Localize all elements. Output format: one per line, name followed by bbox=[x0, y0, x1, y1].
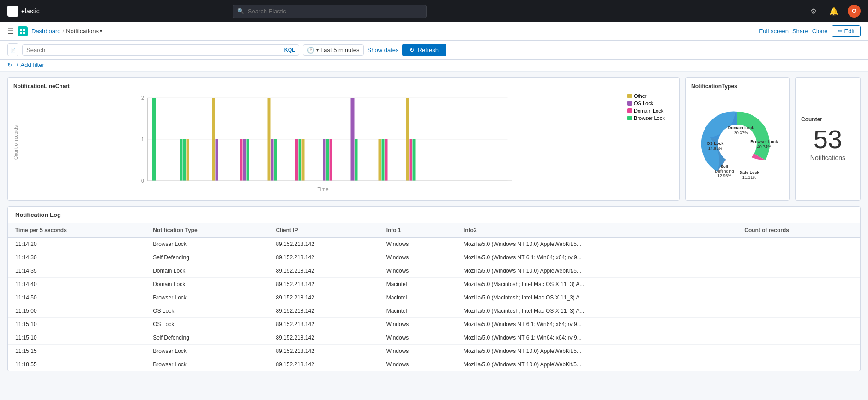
svg-text:11:19:30: 11:19:30 bbox=[207, 184, 223, 185]
kql-badge[interactable]: KQL bbox=[284, 47, 295, 53]
table-row[interactable]: 11:15:10OS Lock89.152.218.142WindowsMozi… bbox=[8, 318, 860, 331]
time-picker[interactable]: 🕐 ▾ Last 5 minutes bbox=[303, 44, 364, 56]
table-row[interactable]: 11:14:50Browser Lock89.152.218.142Macint… bbox=[8, 291, 860, 304]
breadcrumb-dashboard[interactable]: Dashboard bbox=[31, 28, 61, 35]
breadcrumb-current[interactable]: Notifications ▾ bbox=[66, 28, 102, 35]
table-cell: 11:15:10 bbox=[8, 318, 145, 331]
table-cell: Browser Lock bbox=[145, 238, 268, 251]
table-cell: Self Defending bbox=[145, 251, 268, 264]
legend-dot-domainlock bbox=[627, 108, 632, 113]
svg-text:OS Lock: OS Lock bbox=[707, 141, 724, 146]
col-header-ip: Client IP bbox=[268, 223, 379, 238]
table-cell bbox=[737, 345, 860, 358]
table-row[interactable]: 11:14:20Browser Lock89.152.218.142Window… bbox=[8, 238, 860, 251]
svg-point-1 bbox=[12, 10, 14, 12]
user-avatar[interactable]: O bbox=[848, 5, 861, 18]
clone-button[interactable]: Clone bbox=[812, 28, 828, 35]
notifications-button[interactable]: 🔔 bbox=[827, 5, 840, 18]
table-row[interactable]: 11:15:15Browser Lock89.152.218.142Window… bbox=[8, 345, 860, 358]
time-range-label: Last 5 minutes bbox=[320, 47, 360, 54]
table-cell: Windows bbox=[379, 264, 456, 278]
table-cell: 11:14:40 bbox=[8, 278, 145, 291]
svg-rect-23 bbox=[274, 139, 277, 181]
svg-text:Date Lock: Date Lock bbox=[739, 170, 760, 175]
table-row[interactable]: 11:14:30Self Defending89.152.218.142Wind… bbox=[8, 251, 860, 264]
svg-text:11:18:30: 11:18:30 bbox=[144, 184, 160, 185]
table-cell: 11:14:35 bbox=[8, 264, 145, 278]
table-cell: Windows bbox=[379, 251, 456, 264]
table-cell: Mozilla/5.0 (Macintosh; Intel Mac OS X 1… bbox=[456, 291, 737, 304]
svg-rect-34 bbox=[385, 139, 388, 181]
table-scroll-container[interactable]: Time per 5 seconds Notification Type Cli… bbox=[8, 223, 860, 371]
table-cell: 89.152.218.142 bbox=[268, 304, 379, 318]
svg-rect-27 bbox=[323, 139, 326, 181]
svg-rect-3 bbox=[23, 29, 25, 31]
table-cell bbox=[737, 304, 860, 318]
refresh-icon: ↻ bbox=[410, 47, 415, 54]
add-filter-row: ↻ + Add filter bbox=[0, 60, 868, 72]
table-cell: Macintel bbox=[379, 304, 456, 318]
global-search-input[interactable] bbox=[233, 5, 427, 18]
x-axis-label: Time bbox=[22, 186, 624, 192]
table-cell: Windows bbox=[379, 345, 456, 358]
svg-text:11.11%: 11.11% bbox=[742, 175, 757, 179]
svg-text:11:20:00: 11:20:00 bbox=[238, 184, 254, 185]
legend-dot-other bbox=[627, 94, 632, 98]
table-row[interactable]: 11:18:55Browser Lock89.152.218.142Window… bbox=[8, 358, 860, 371]
svg-rect-29 bbox=[330, 139, 332, 181]
edit-button[interactable]: ✏ Edit bbox=[832, 25, 861, 37]
add-filter-button[interactable]: + Add filter bbox=[16, 61, 44, 68]
settings-button[interactable]: ⚙ bbox=[807, 5, 820, 18]
table-body: 11:14:20Browser Lock89.152.218.142Window… bbox=[8, 238, 860, 371]
notification-types-panel: NotificationTypes bbox=[685, 77, 790, 201]
table-cell: Self Defending bbox=[145, 331, 268, 345]
time-icon: 🕐 bbox=[307, 47, 314, 54]
svg-text:Defending: Defending bbox=[715, 169, 734, 173]
filter-bar: 📄 KQL 🕐 ▾ Last 5 minutes Show dates ↻ Re… bbox=[0, 41, 868, 60]
filter-type-selector[interactable]: 📄 bbox=[7, 43, 18, 56]
global-search[interactable]: 🔍 bbox=[233, 5, 427, 18]
svg-rect-4 bbox=[20, 32, 22, 34]
table-cell: Mozilla/5.0 (Macintosh; Intel Mac OS X 1… bbox=[456, 278, 737, 291]
mini-refresh-button[interactable]: ↻ bbox=[7, 62, 12, 68]
table-cell: 89.152.218.142 bbox=[268, 251, 379, 264]
svg-rect-17 bbox=[216, 139, 218, 181]
show-dates-button[interactable]: Show dates bbox=[368, 47, 399, 54]
top-navigation: elastic 🔍 ⚙ 🔔 O bbox=[0, 0, 868, 22]
svg-rect-14 bbox=[183, 139, 186, 181]
svg-text:12.96%: 12.96% bbox=[717, 173, 732, 178]
table-cell: 89.152.218.142 bbox=[268, 278, 379, 291]
table-row[interactable]: 11:15:10Self Defending89.152.218.142Wind… bbox=[8, 331, 860, 345]
table-row[interactable]: 11:14:40Domain Lock89.152.218.142Macinte… bbox=[8, 278, 860, 291]
table-cell: Browser Lock bbox=[145, 358, 268, 371]
table-cell: Mozilla/5.0 (Windows NT 10.0) AppleWebKi… bbox=[456, 264, 737, 278]
full-screen-button[interactable]: Full screen bbox=[759, 28, 789, 35]
table-row[interactable]: 11:15:00OS Lock89.152.218.142MacintelMoz… bbox=[8, 304, 860, 318]
table-cell bbox=[737, 278, 860, 291]
svg-rect-35 bbox=[406, 98, 409, 181]
table-row[interactable]: 11:14:35Domain Lock89.152.218.142Windows… bbox=[8, 264, 860, 278]
filter-search-container[interactable]: KQL bbox=[22, 44, 299, 56]
counter-label: Notifications bbox=[810, 154, 845, 161]
svg-rect-26 bbox=[302, 139, 305, 181]
menu-toggle-button[interactable]: ☰ bbox=[7, 27, 14, 36]
elastic-logo[interactable]: elastic bbox=[7, 6, 40, 17]
table-cell: 11:14:50 bbox=[8, 291, 145, 304]
table-cell: 89.152.218.142 bbox=[268, 358, 379, 371]
table-cell bbox=[737, 264, 860, 278]
svg-rect-18 bbox=[240, 139, 243, 181]
svg-rect-36 bbox=[410, 139, 412, 181]
dashboard-icon bbox=[18, 26, 28, 36]
nav-right-actions: ⚙ 🔔 O bbox=[807, 5, 861, 18]
filter-search-input[interactable] bbox=[26, 47, 282, 54]
table-cell: 89.152.218.142 bbox=[268, 331, 379, 345]
svg-text:11:19:00: 11:19:00 bbox=[175, 184, 192, 185]
table-cell: Windows bbox=[379, 358, 456, 371]
table-cell: Domain Lock bbox=[145, 278, 268, 291]
svg-text:11:22:00: 11:22:00 bbox=[360, 184, 376, 185]
chart-inner: Count of records 2 1 0 bbox=[13, 93, 674, 192]
svg-rect-33 bbox=[382, 139, 385, 181]
share-button[interactable]: Share bbox=[792, 28, 808, 35]
svg-text:11:22:30: 11:22:30 bbox=[391, 184, 407, 185]
refresh-button[interactable]: ↻ Refresh bbox=[402, 44, 446, 56]
